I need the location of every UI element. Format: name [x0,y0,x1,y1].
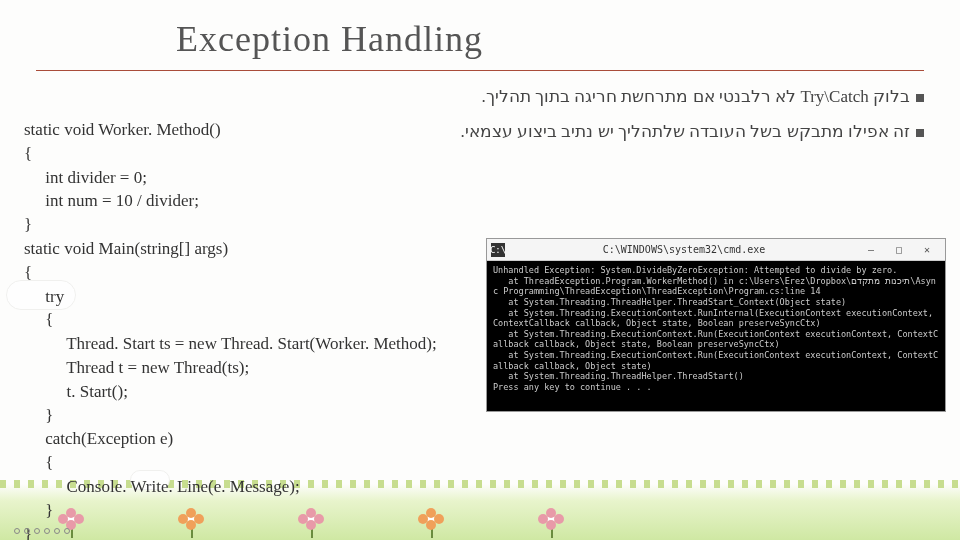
slide: Exception Handling בלוק Try\Catch לא רלב… [0,0,960,540]
cmd-icon: C:\ [491,243,505,257]
window-titlebar[interactable]: C:\ C:\WINDOWS\system32\cmd.exe — □ ✕ [487,239,945,261]
slide-title: Exception Handling [36,18,924,71]
minimize-button[interactable]: — [857,241,885,259]
code-sample: static void Worker. Method() { int divid… [24,118,437,540]
maximize-button[interactable]: □ [885,241,913,259]
bullet-text-2: זה אפילו מתבקש בשל העובדה שלתהליך יש נתי… [461,122,911,141]
console-window: C:\ C:\WINDOWS\system32\cmd.exe — □ ✕ Un… [486,238,946,412]
bullet-text-1: בלוק Try\Catch לא רלבנטי אם מתרחשת חריגה… [481,87,910,106]
flower-decoration [540,508,562,530]
window-title: C:\WINDOWS\system32\cmd.exe [511,244,857,255]
console-output: Unhandled Exception: System.DivideByZero… [487,261,945,411]
bullet-icon [916,94,924,102]
close-button[interactable]: ✕ [913,241,941,259]
bullet-item-1: בלוק Try\Catch לא רלבנטי אם מתרחשת חריגה… [36,83,924,110]
slide-indicator [14,528,70,534]
bullet-icon [916,129,924,137]
window-controls: — □ ✕ [857,241,941,259]
